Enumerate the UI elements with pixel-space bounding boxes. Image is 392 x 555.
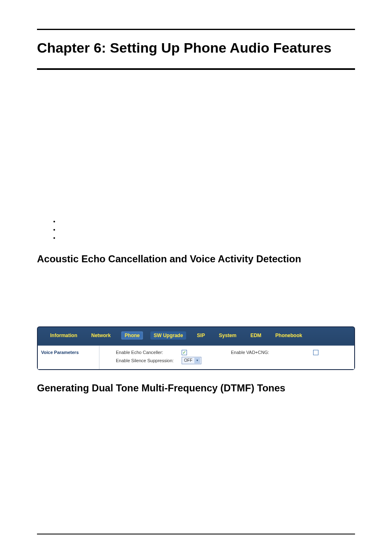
tab-sip[interactable]: SIP [194,331,208,340]
bullet-list [60,218,355,241]
tab-phone[interactable]: Phone [121,331,143,340]
footer-rule [37,534,355,534]
tab-edm[interactable]: EDM [247,331,265,340]
select-value: OFF [184,358,192,363]
side-nav-voice-parameters[interactable]: Voice Parameters [38,346,99,369]
config-ui-screenshot: Information Network Phone SW Upgrade SIP… [37,326,355,370]
silence-suppression-label: Enable Silence Suppression: [116,358,182,363]
vad-cng-label: Enable VAD+CNG: [231,350,313,355]
tab-bar: Information Network Phone SW Upgrade SIP… [38,327,354,345]
tab-phonebook[interactable]: Phonebook [272,331,305,340]
section-heading-dtmf: Generating Dual Tone Multi-Frequency (DT… [37,382,355,394]
panel-body: Voice Parameters Enable Echo Canceller: … [38,345,354,369]
list-item [60,226,355,233]
chevron-down-icon: ▾ [194,358,200,363]
echo-canceller-label: Enable Echo Canceller: [116,350,182,355]
echo-canceller-checkbox[interactable] [182,350,187,355]
tab-system[interactable]: System [216,331,240,340]
form-area: Enable Echo Canceller: Enable VAD+CNG: E… [99,346,354,369]
list-item [60,234,355,241]
title-underline [37,68,355,70]
tab-sw-upgrade[interactable]: SW Upgrade [150,331,186,340]
section-heading-aec: Acoustic Echo Cancellation and Voice Act… [37,253,355,265]
top-rule [37,29,355,30]
tab-network[interactable]: Network [88,331,114,340]
chapter-title: Chapter 6: Setting Up Phone Audio Featur… [37,39,355,57]
tab-information[interactable]: Information [47,331,81,340]
list-item [60,218,355,224]
silence-suppression-select[interactable]: OFF ▾ [182,357,201,364]
vad-cng-checkbox[interactable] [313,350,318,355]
